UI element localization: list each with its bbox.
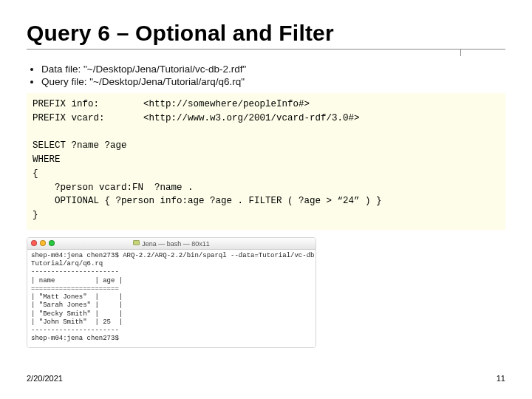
sparql-code-block: PREFIX info: <http://somewhere/peopleInf… (27, 93, 505, 230)
terminal-output: shep-m04:jena chen273$ ARQ-2.2/ARQ-2.2/b… (27, 250, 316, 347)
terminal-window: Jena — bash — 80x11 shep-m04:jena chen27… (27, 237, 316, 348)
slide-footer: 2/20/2021 11 (27, 374, 505, 383)
close-icon (31, 240, 37, 246)
data-file-line: Data file: "~/Desktop/Jena/Tutorial/vc-d… (41, 64, 505, 75)
query-file-line: Query file: "~/Desktop/Jena/Tutorial/arq… (41, 76, 505, 87)
footer-page-number: 11 (497, 374, 505, 383)
terminal-titlebar: Jena — bash — 80x11 (27, 238, 316, 250)
terminal-title-text: Jena — bash — 80x11 (142, 240, 210, 248)
slide-title: Query 6 – Optional and Filter (27, 21, 505, 46)
footer-date: 2/20/2021 (27, 374, 63, 383)
title-rule (27, 49, 505, 55)
file-info-list: Data file: "~/Desktop/Jena/Tutorial/vc-d… (41, 64, 505, 87)
zoom-icon (49, 240, 55, 246)
minimize-icon (40, 240, 46, 246)
folder-icon (133, 240, 140, 245)
